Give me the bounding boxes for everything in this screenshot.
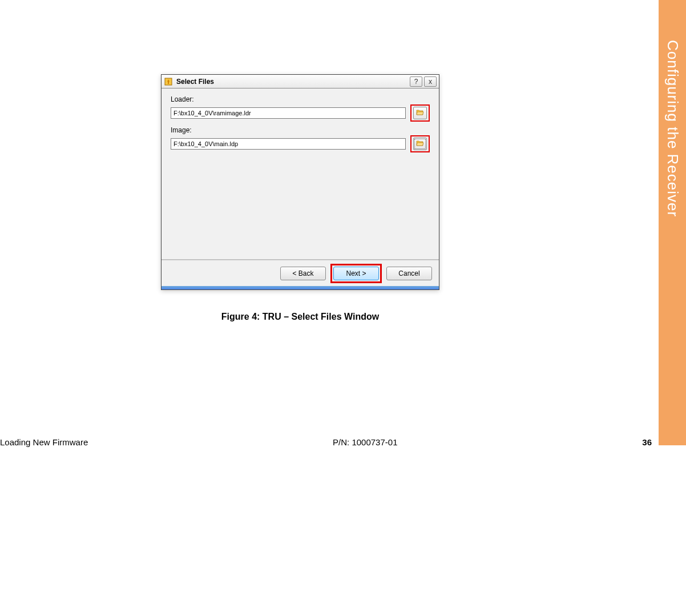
- next-button[interactable]: Next >: [333, 267, 379, 280]
- chapter-title: Configuring the Receiver: [664, 40, 681, 217]
- footer-page-number: 36: [642, 437, 652, 447]
- loader-browse-highlight: [410, 104, 430, 122]
- image-input[interactable]: F:\bx10_4_0V\main.ldp: [171, 138, 406, 150]
- next-button-label: Next >: [346, 269, 366, 277]
- loader-row: F:\bx10_4_0V\ramimage.ldr: [171, 104, 430, 122]
- folder-open-icon: [416, 139, 424, 149]
- dialog-titlebar: Select Files ? x: [162, 75, 439, 88]
- image-row: F:\bx10_4_0V\main.ldp: [171, 135, 430, 152]
- help-icon: ?: [414, 78, 418, 86]
- app-icon: [164, 77, 173, 86]
- close-button[interactable]: x: [424, 77, 437, 87]
- dialog-footer: < Back Next > Cancel: [162, 260, 439, 286]
- image-browse-highlight: [410, 135, 430, 152]
- back-button-label: < Back: [292, 269, 313, 277]
- dialog-title: Select Files: [176, 78, 408, 86]
- loader-browse-button[interactable]: [413, 107, 427, 119]
- cancel-button-label: Cancel: [398, 269, 419, 277]
- cancel-button[interactable]: Cancel: [386, 267, 432, 280]
- footer-section: Loading New Firmware: [0, 437, 88, 447]
- folder-open-icon: [416, 108, 424, 118]
- back-button[interactable]: < Back: [280, 267, 326, 280]
- dialog-body: Loader: F:\bx10_4_0V\ramimage.ldr Image:: [162, 88, 439, 259]
- close-icon: x: [429, 78, 432, 86]
- footer-part-number: P/N: 1000737-01: [88, 437, 642, 447]
- figure-caption: Figure 4: TRU – Select Files Window: [161, 312, 439, 322]
- select-files-dialog: Select Files ? x Loader: F:\bx10_4_0V\ra…: [161, 74, 439, 290]
- image-label: Image:: [171, 126, 430, 134]
- next-button-highlight: Next >: [330, 264, 382, 283]
- window-bottom-border: [162, 286, 439, 289]
- figure-area: Select Files ? x Loader: F:\bx10_4_0V\ra…: [161, 74, 439, 322]
- svg-rect-2: [168, 82, 169, 84]
- help-button[interactable]: ?: [410, 77, 422, 87]
- page-footer: Loading New Firmware P/N: 1000737-01 36: [0, 437, 656, 447]
- loader-input[interactable]: F:\bx10_4_0V\ramimage.ldr: [171, 107, 406, 119]
- chapter-side-tab: Configuring the Receiver: [659, 0, 686, 445]
- loader-label: Loader:: [171, 95, 430, 103]
- image-browse-button[interactable]: [413, 138, 427, 150]
